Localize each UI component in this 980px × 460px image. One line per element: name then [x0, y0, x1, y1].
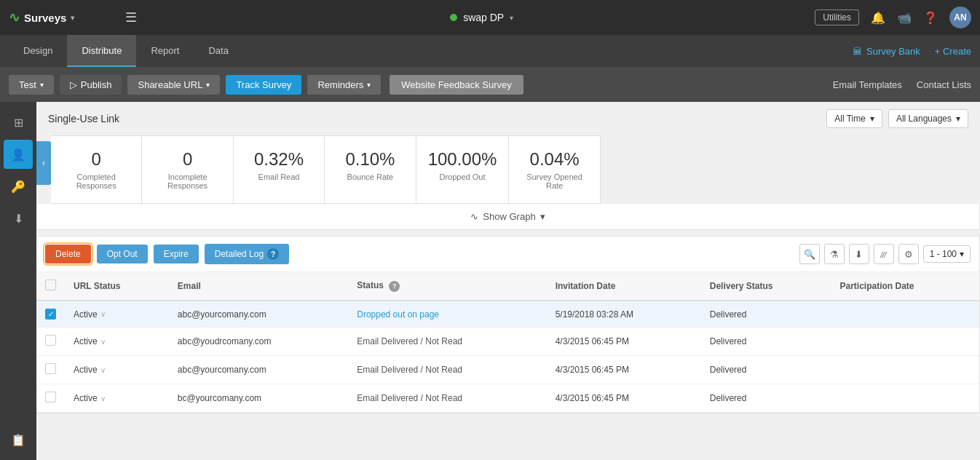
url-status-chevron-icon: ∨ — [100, 394, 106, 402]
row-invitation-date-0: 5/19/2018 03:28 AM — [547, 301, 701, 328]
header-checkbox-cell — [36, 272, 65, 301]
row-email-0: abc@yourcomany.com — [169, 301, 348, 328]
page-range-select[interactable]: 1 - 100 ▾ — [923, 245, 971, 263]
row-delivery-status-3: Delivered — [701, 384, 831, 413]
status-help-icon[interactable]: ? — [389, 281, 400, 292]
language-filter-dropdown[interactable]: All Languages ▾ — [888, 109, 968, 128]
header-filters: All Time ▾ All Languages ▾ — [826, 109, 968, 128]
time-filter-chevron-icon: ▾ — [870, 114, 874, 124]
contact-lists-link[interactable]: Contact Lists — [917, 79, 971, 90]
columns-icon: ⫻ — [879, 249, 888, 260]
row-checkbox-3[interactable] — [45, 392, 56, 402]
tab-distribute[interactable]: Distribute — [67, 35, 136, 67]
export-button[interactable]: ⬇ — [849, 244, 869, 264]
expire-button[interactable]: Expire — [154, 245, 199, 263]
help-icon[interactable]: ❓ — [923, 11, 938, 25]
sidebar-icon-grid[interactable]: ⊞ — [4, 108, 33, 137]
sidebar-icon-clipboard[interactable]: 📋 — [4, 425, 33, 454]
top-bar-right: Utilities 🔔 📹 ❓ AN — [815, 7, 971, 28]
stat-email-read: 0.32% Email Read — [234, 136, 325, 203]
test-button[interactable]: Test ▾ — [9, 75, 54, 95]
table-right-tools: 🔍 ⚗ ⬇ ⫻ ⚙ 1 - 100 — [799, 244, 971, 264]
tab-data[interactable]: Data — [194, 35, 242, 67]
track-survey-button[interactable]: Track Survey — [226, 75, 301, 95]
delete-button[interactable]: Delete — [45, 245, 91, 263]
show-graph-bar[interactable]: ∿ Show Graph ▾ — [36, 204, 980, 230]
survey-bank-link[interactable]: 🏛 Survey Bank — [853, 46, 920, 57]
row-checkbox-0[interactable]: ✓ — [45, 309, 56, 320]
tab-design[interactable]: Design — [9, 35, 67, 67]
url-status-chevron-icon: ∨ — [100, 338, 106, 346]
reminders-button[interactable]: Reminders ▾ — [307, 75, 381, 95]
sidebar-icon-download[interactable]: ⬇ — [4, 204, 33, 233]
row-participation-date-1 — [831, 328, 979, 356]
row-status-1: Email Delivered / Not Read — [348, 328, 546, 356]
optout-button[interactable]: Opt Out — [97, 245, 148, 263]
email-templates-link[interactable]: Email Templates — [833, 79, 902, 90]
row-checkbox-cell-1 — [36, 328, 65, 356]
select-all-checkbox[interactable] — [45, 279, 56, 290]
graph-icon: ∿ — [470, 211, 478, 222]
settings-icon: ⚙ — [904, 249, 913, 260]
utilities-button[interactable]: Utilities — [815, 9, 859, 25]
sidebar: ⊞ 👤 🔑 ⬇ 📋 — [0, 102, 36, 460]
stat-completed-label: Completed Responses — [63, 172, 130, 190]
stat-bounce-rate-value: 0.10% — [336, 149, 403, 170]
url-status-chevron-icon: ∨ — [100, 366, 106, 374]
bell-icon[interactable]: 🔔 — [871, 11, 885, 25]
shareable-url-chevron-icon: ▾ — [206, 81, 210, 89]
stat-dropped-out-label: Dropped Out — [428, 172, 497, 181]
workspace-chevron-icon: ▾ — [510, 14, 513, 22]
hamburger-icon[interactable]: ☰ — [125, 9, 137, 25]
time-filter-dropdown[interactable]: All Time ▾ — [826, 109, 882, 128]
app-logo[interactable]: ∿ Surveys ▾ — [9, 9, 125, 25]
page-range-chevron-icon: ▾ — [960, 249, 964, 259]
row-url-status-3: Active ∨ — [65, 384, 169, 413]
publish-button[interactable]: ▷ Publish — [60, 75, 122, 95]
row-participation-date-2 — [831, 356, 979, 384]
collapse-button[interactable]: ‹ — [36, 141, 51, 185]
table-row: Active ∨ abc@yourcomany.com Email Delive… — [36, 356, 979, 384]
create-link[interactable]: + Create — [935, 46, 971, 57]
settings-button[interactable]: ⚙ — [898, 244, 919, 264]
row-checkbox-1[interactable] — [45, 335, 56, 346]
stat-bounce-rate-label: Bounce Rate — [336, 172, 403, 181]
language-filter-chevron-icon: ▾ — [956, 114, 960, 124]
content-area: Single-Use Link All Time ▾ All Languages… — [36, 102, 980, 460]
stat-email-read-label: Email Read — [245, 172, 312, 181]
sidebar-icon-key[interactable]: 🔑 — [4, 172, 33, 201]
workspace-selector[interactable]: swap DP ▾ — [149, 12, 815, 23]
table-row: Active ∨ bc@yourcomany.com Email Deliver… — [36, 384, 979, 413]
search-button[interactable]: 🔍 — [799, 244, 820, 264]
row-checkbox-cell-3 — [36, 384, 65, 413]
columns-button[interactable]: ⫻ — [874, 244, 894, 264]
row-checkbox-2[interactable] — [45, 363, 56, 374]
video-icon[interactable]: 📹 — [897, 11, 912, 25]
tab-report[interactable]: Report — [136, 35, 194, 67]
col-delivery-status: Delivery Status — [701, 272, 831, 301]
row-url-status-1: Active ∨ — [65, 328, 169, 356]
avatar[interactable]: AN — [949, 7, 971, 28]
play-icon: ▷ — [70, 79, 77, 90]
row-url-status-2: Active ∨ — [65, 356, 169, 384]
responses-table: URL Status Email Status ? Invitation Dat… — [36, 272, 979, 413]
sidebar-icon-user[interactable]: 👤 — [4, 140, 33, 169]
stat-dropped-out: 100.00% Dropped Out — [416, 136, 510, 203]
row-email-2: abc@yourcomany.com — [169, 356, 348, 384]
row-email-3: bc@yourcomany.com — [169, 384, 348, 413]
stat-survey-opened: 0.04% Survey Opened Rate — [509, 136, 599, 203]
table-row: ✓ Active ∨ abc@yourcomany.com Dropped ou… — [36, 301, 979, 328]
workspace-label: swap DP — [463, 12, 504, 23]
stat-incomplete: 0 Incomplete Responses — [142, 136, 233, 203]
col-email: Email — [169, 272, 348, 301]
test-chevron-icon: ▾ — [40, 81, 44, 89]
filter-button[interactable]: ⚗ — [824, 244, 845, 264]
table-section: Delete Opt Out Expire Detailed Log ? 🔍 ⚗… — [36, 236, 980, 413]
nav-bar: Design Distribute Report Data 🏛 Survey B… — [0, 35, 980, 67]
row-participation-date-3 — [831, 384, 979, 413]
table-body: ✓ Active ∨ abc@yourcomany.com Dropped ou… — [36, 301, 979, 413]
row-delivery-status-1: Delivered — [701, 328, 831, 356]
shareable-url-button[interactable]: Shareable URL ▾ — [127, 75, 220, 95]
stat-completed-value: 0 — [63, 149, 130, 170]
detailed-log-button[interactable]: Detailed Log ? — [205, 244, 289, 264]
